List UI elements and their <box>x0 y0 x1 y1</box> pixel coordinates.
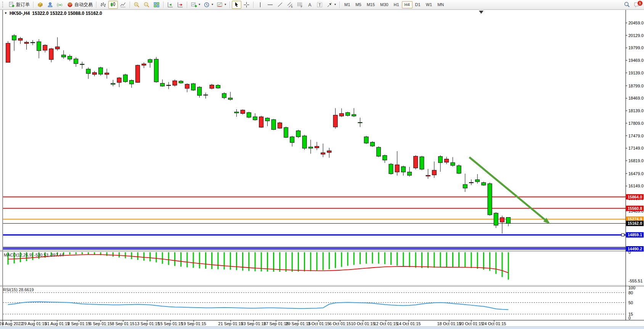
toolbar: 新订单 自动交易 <box>0 0 644 10</box>
toolbar-separator <box>339 2 340 8</box>
timeframe-m1[interactable]: M1 <box>342 1 353 8</box>
candle <box>346 112 350 116</box>
templates-button[interactable]: ▾ <box>215 1 228 9</box>
candle <box>148 58 152 68</box>
svg-text:20129.0: 20129.0 <box>628 33 644 38</box>
tile-windows-icon <box>153 2 160 8</box>
auto-scroll-button[interactable] <box>165 1 175 9</box>
chart-shift-marker[interactable] <box>479 11 483 14</box>
bar-chart-icon <box>100 2 106 8</box>
candlestick-chart-button[interactable] <box>108 1 118 9</box>
svg-text:2 Sep 01:15: 2 Sep 01:15 <box>67 321 90 326</box>
metaeditor-button[interactable] <box>35 1 45 9</box>
timeframe-h1[interactable]: H1 <box>391 1 401 8</box>
shapes-button[interactable]: ▾ <box>325 1 337 9</box>
yellow-cube-icon <box>37 2 43 8</box>
search-button[interactable] <box>622 1 632 9</box>
bar-chart-button[interactable] <box>98 1 108 9</box>
candle <box>167 82 171 89</box>
timeframe-m5[interactable]: M5 <box>353 1 364 8</box>
line-chart-button[interactable] <box>118 1 128 9</box>
trendline-button[interactable] <box>275 1 285 9</box>
new-chart-button[interactable]: ▾ <box>189 1 202 9</box>
toolbar-separator <box>187 2 187 8</box>
text-button[interactable]: A <box>305 1 315 9</box>
toolbar-grip <box>2 2 5 8</box>
svg-text:24 Aug 2022: 24 Aug 2022 <box>0 321 23 326</box>
clock-button[interactable]: ▾ <box>202 1 215 9</box>
crosshair-button[interactable] <box>242 1 251 9</box>
hline-handle[interactable] <box>622 234 624 236</box>
price-axis-labels: 20459.020129.019799.019469.019139.018799… <box>626 21 644 251</box>
svg-text:19799.0: 19799.0 <box>628 45 644 50</box>
candle <box>111 80 115 86</box>
zoom-in-button[interactable] <box>132 1 141 9</box>
candle <box>86 68 90 79</box>
date-axis-labels: 24 Aug 202229 Aug 01:1531 Aug 01:152 Sep… <box>0 320 506 326</box>
price-badge: 14490.2 <box>626 246 644 252</box>
svg-text:20459.0: 20459.0 <box>628 21 644 25</box>
timeframe-d1[interactable]: D1 <box>413 1 423 8</box>
new-order-button[interactable]: 新订单 <box>7 1 31 9</box>
candle <box>6 41 10 63</box>
notification-badge: 1 <box>637 0 643 6</box>
candle <box>420 156 424 170</box>
candle <box>308 140 313 154</box>
candle <box>494 212 498 228</box>
toolbar-separator <box>130 2 130 8</box>
timeframe-mn[interactable]: MN <box>435 1 446 8</box>
pane-separator[interactable] <box>0 250 644 252</box>
collapse-triangle-icon[interactable]: ▼ <box>4 12 7 15</box>
trend-arrow[interactable] <box>469 157 550 224</box>
candle <box>414 155 418 169</box>
timeframe-m30[interactable]: M30 <box>377 1 391 8</box>
candle <box>284 127 288 138</box>
chart-title: ▼ HK50-,H4 15322.0 15322.0 15088.0 15162… <box>4 11 102 16</box>
svg-text:19 Sep 01:15: 19 Sep 01:15 <box>181 321 206 326</box>
vertical-line-button[interactable] <box>255 1 265 9</box>
candle <box>296 130 300 138</box>
candle <box>55 37 59 51</box>
zoom-out-button[interactable] <box>142 1 151 9</box>
price-badge: 15864.0 <box>626 194 644 200</box>
mql5-community-button[interactable] <box>45 1 55 9</box>
search-icon <box>623 1 630 8</box>
pane-separator[interactable] <box>0 285 644 287</box>
toolbar-separator <box>33 2 34 8</box>
svg-text:17479.0: 17479.0 <box>628 134 644 138</box>
tile-windows-button[interactable] <box>152 1 161 9</box>
timeframe-m15[interactable]: M15 <box>364 1 377 8</box>
autotrading-button[interactable]: 自动交易 <box>65 1 94 9</box>
candle <box>482 182 486 186</box>
fibonacci-button[interactable]: F <box>295 1 305 9</box>
svg-text:19139.0: 19139.0 <box>628 71 644 75</box>
timeframe-w1[interactable]: W1 <box>423 1 435 8</box>
svg-text:15560.8: 15560.8 <box>628 206 642 211</box>
candle <box>247 112 251 118</box>
svg-text:17149.0: 17149.0 <box>628 146 644 150</box>
toolbar-separator <box>253 2 254 8</box>
macd-pane <box>8 252 508 280</box>
svg-text:6 Sep 01:15: 6 Sep 01:15 <box>89 321 112 326</box>
chart-shift-button[interactable] <box>175 1 185 9</box>
label-button[interactable]: T <box>315 1 324 9</box>
chart-canvas[interactable]: 20459.020129.019799.019469.019139.018799… <box>0 10 644 327</box>
dropdown-caret-icon: ▾ <box>334 3 336 6</box>
candle <box>432 161 436 178</box>
signals-button[interactable] <box>55 1 65 9</box>
cursor-button[interactable] <box>232 1 241 9</box>
symbol-period: HK50-,H4 <box>10 11 30 16</box>
candle <box>302 135 307 150</box>
candle <box>198 86 202 98</box>
horizontal-line-button[interactable] <box>265 1 275 9</box>
svg-text:A: A <box>308 2 312 8</box>
candle <box>222 92 226 99</box>
timeframe-h4[interactable]: H4 <box>402 1 413 8</box>
candle <box>339 108 344 117</box>
notifications-button[interactable]: 1 <box>632 1 642 9</box>
channel-button[interactable]: E <box>285 1 295 9</box>
svg-text:16149.0: 16149.0 <box>628 184 644 188</box>
horizontal-line-icon <box>267 2 273 8</box>
price-badges-layer: 15864.015560.815274.915162.014859.114490… <box>622 194 644 252</box>
svg-text:17809.0: 17809.0 <box>628 121 644 126</box>
